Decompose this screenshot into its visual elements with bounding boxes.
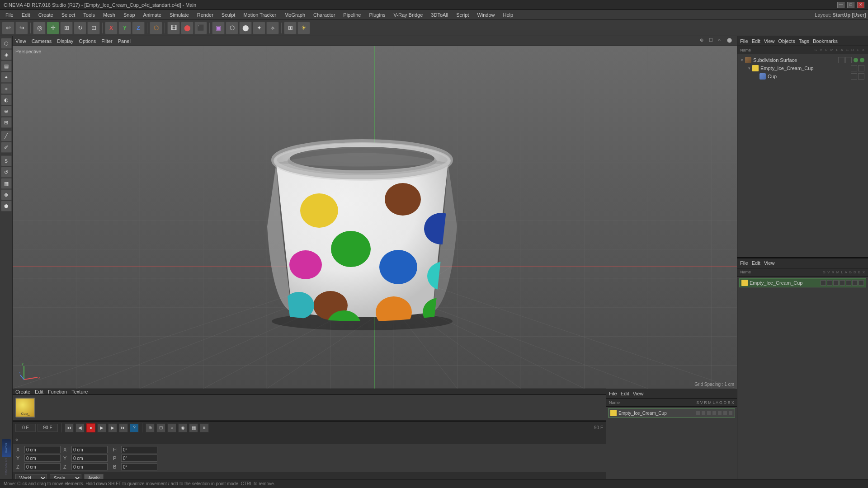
render-region-btn[interactable]: ⬛ [194,22,207,34]
viewport-corner-btn-3[interactable]: ○ [718,38,725,45]
y-axis-btn[interactable]: Y [118,22,131,34]
obj-tb-edit[interactable]: Edit [752,38,760,44]
menu-plugins[interactable]: Plugins [365,11,389,19]
pb-extra-1[interactable]: ⊕ [146,423,155,432]
light-btn[interactable]: ☀ [297,22,310,34]
mat-ctrl-4[interactable] [712,411,717,415]
sidebar-btn-3[interactable]: ▤ [1,61,12,71]
pb-extra-4[interactable]: ◉ [178,423,187,432]
obj-tb-objects[interactable]: Objects [778,38,795,44]
obj-attr-ctrl-6[interactable] [852,280,858,286]
sidebar-btn-2[interactable]: ◈ [1,49,12,60]
menu-window[interactable]: Window [473,11,498,19]
obj-check-3[interactable] [851,65,857,71]
sidebar-btn-8[interactable]: ⊞ [1,117,12,128]
menu-create[interactable]: Create [35,11,57,19]
menu-snap[interactable]: Snap [120,11,139,19]
pb-extra-6[interactable]: ≡ [200,423,209,432]
menu-help[interactable]: Help [500,11,517,19]
undo-button[interactable]: ↩ [2,22,14,34]
attr-x-rot[interactable] [71,446,108,453]
mat-ctrl-2[interactable] [701,411,706,415]
minimize-button[interactable]: — [837,2,844,8]
obj-tb-view[interactable]: View [764,38,775,44]
obj-row-cup-parent[interactable]: ▾ Empty_Ice_Cream_Cup [746,64,866,72]
mat-row-1[interactable]: Empty_Ice_Cream_Cup [608,408,735,418]
menu-character[interactable]: Character [310,11,339,19]
vp-menu-panel[interactable]: Panel [118,38,131,44]
obj-attr-ctrl-4[interactable] [840,280,845,286]
world-dropdown[interactable]: World Object Screen [15,474,47,479]
viewport-corner-btn-2[interactable]: ☐ [709,38,716,45]
attr-p-val[interactable] [121,455,157,462]
transform-tool[interactable]: ⊡ [87,22,100,34]
attr-z-pos[interactable] [24,463,61,470]
sidebar-btn-11[interactable]: $ [1,155,12,166]
sidebar-btn-12[interactable]: ↺ [1,167,12,178]
object-mode-btn[interactable]: ▣ [212,22,225,34]
play-button[interactable]: ▶ [97,423,106,432]
z-axis-btn[interactable]: Z [132,22,145,34]
obj-attr-ctrl-1[interactable] [821,280,826,286]
mat-menu-function[interactable]: Function [48,389,67,394]
edge-mode-btn[interactable]: ⬤ [239,22,252,34]
render-settings-btn[interactable]: 🎞 [167,22,180,34]
obj-row-subdivision[interactable]: ▾ Subdivision Surface [739,56,866,64]
mat-menu-texture[interactable]: Texture [71,389,88,394]
menu-vray[interactable]: V-Ray Bridge [390,11,427,19]
sidebar-btn-4[interactable]: ✦ [1,72,12,83]
sculpt-mode-btn[interactable]: ⟡ [266,22,279,34]
close-button[interactable]: ✕ [857,2,864,8]
obj-attr-file[interactable]: File [740,260,748,266]
sidebar-btn-1[interactable]: ⬡ [1,38,12,49]
obj-attr-ctrl-5[interactable] [846,280,851,286]
obj-check-5[interactable] [851,73,857,80]
apply-button[interactable]: Apply [84,474,104,479]
material-thumbnail[interactable]: Cup_ [15,398,35,418]
obj-expand-1[interactable]: ▾ [741,58,743,62]
menu-sculpt[interactable]: Sculpt [218,11,239,19]
attr-z-rot[interactable] [71,463,108,470]
sidebar-btn-10[interactable]: ✐ [1,142,12,153]
menu-3dtoall[interactable]: 3DToAll [427,11,452,19]
timeline-ruler[interactable]: 0 5 10 15 20 25 30 35 40 45 50 55 [13,420,606,421]
scale-dropdown[interactable]: Scale [50,474,81,479]
obj-attr-selected-row[interactable]: Empty_Ice_Cream_Cup [739,278,866,287]
redo-button[interactable]: ↪ [15,22,28,34]
vp-menu-filter[interactable]: Filter [101,38,112,44]
vp-menu-display[interactable]: Display [57,38,73,44]
pb-extra-3[interactable]: ○ [167,423,176,432]
sidebar-btn-15[interactable]: ⬢ [1,201,12,211]
help-button[interactable]: ? [130,423,139,432]
goto-end-button[interactable]: ⏭ [119,423,128,432]
attr-y-rot[interactable] [71,455,108,462]
select-tool[interactable]: ◎ [33,22,46,34]
vp-menu-options[interactable]: Options [79,38,96,44]
menu-render[interactable]: Render [193,11,217,19]
obj-check-1[interactable] [838,57,844,63]
coord-system-btn[interactable]: ⬡ [150,22,162,34]
menu-select[interactable]: Select [58,11,79,19]
mat-mgr-file[interactable]: File [609,391,617,396]
menu-pipeline[interactable]: Pipeline [340,11,364,19]
obj-check-6[interactable] [858,73,864,80]
sidebar-btn-13[interactable]: ▦ [1,178,12,189]
scale-tool[interactable]: ⊞ [60,22,73,34]
mat-ctrl-6[interactable] [723,411,727,415]
obj-tb-file[interactable]: File [740,38,748,44]
obj-tb-tags[interactable]: Tags [799,38,809,44]
viewport-corner-btn-4[interactable]: ⬤ [727,38,734,45]
obj-expand-2[interactable]: ▾ [748,66,750,70]
prev-frame-button[interactable]: ◀ [75,423,85,432]
snap-btn[interactable]: ⊞ [284,22,297,34]
obj-row-cup[interactable]: ▾ Cup [754,72,866,80]
move-tool[interactable]: ✛ [47,22,59,34]
sidebar-btn-9[interactable]: ╱ [1,131,12,141]
rotate-tool[interactable]: ↻ [74,22,86,34]
sidebar-btn-14[interactable]: ⊗ [1,189,12,200]
sidebar-btn-6[interactable]: ◐ [1,94,12,105]
obj-tb-bookmarks[interactable]: Bookmarks [813,38,838,44]
attr-x-pos[interactable] [24,446,61,453]
mat-ctrl-7[interactable] [728,411,733,415]
attr-h-val[interactable] [121,446,157,453]
